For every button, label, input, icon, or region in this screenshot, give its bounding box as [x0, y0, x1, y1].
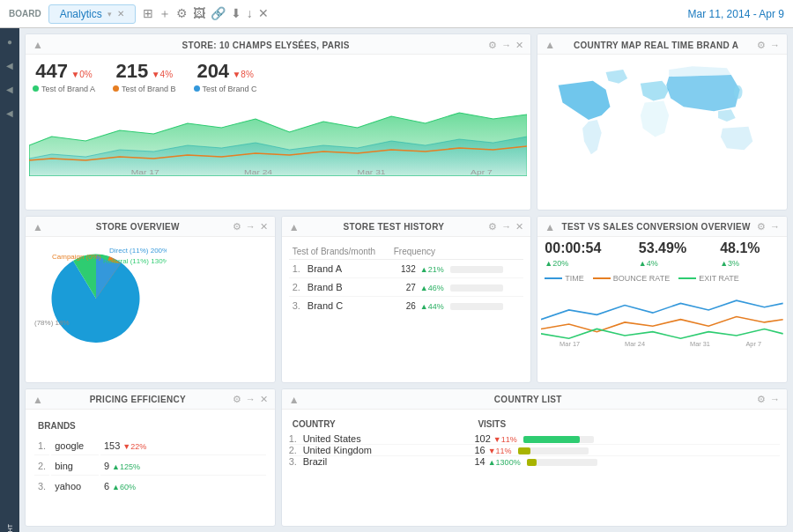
- top-bar: BOARD Analytics ▾ ✕ ⊞ ＋ ⚙ 🖼 🔗 ⬇ ↓ ✕ Mar …: [0, 0, 793, 28]
- dashboard-label: BOARD: [9, 9, 41, 18]
- tab-label: Analytics: [60, 8, 102, 20]
- tab-dropdown-icon[interactable]: ▾: [107, 10, 112, 18]
- plus-icon[interactable]: ＋: [159, 6, 171, 22]
- grid-icon[interactable]: ⊞: [143, 6, 153, 22]
- settings-icon[interactable]: ⚙: [176, 6, 188, 22]
- top-bar-left: BOARD Analytics ▾ ✕ ⊞ ＋ ⚙ 🖼 🔗 ⬇ ↓ ✕: [9, 4, 269, 24]
- close-icon[interactable]: ✕: [258, 6, 269, 22]
- date-range[interactable]: Mar 11, 2014 - Apr 9: [688, 8, 784, 20]
- image-icon[interactable]: 🖼: [193, 6, 205, 22]
- arrow-down-icon[interactable]: ↓: [247, 6, 253, 22]
- analytics-tab[interactable]: Analytics ▾ ✕: [48, 4, 136, 24]
- download-icon[interactable]: ⬇: [231, 6, 241, 22]
- link-icon[interactable]: 🔗: [211, 6, 226, 22]
- toolbar-icons: ⊞ ＋ ⚙ 🖼 🔗 ⬇ ↓ ✕: [143, 6, 269, 22]
- tab-close-icon[interactable]: ✕: [117, 9, 124, 18]
